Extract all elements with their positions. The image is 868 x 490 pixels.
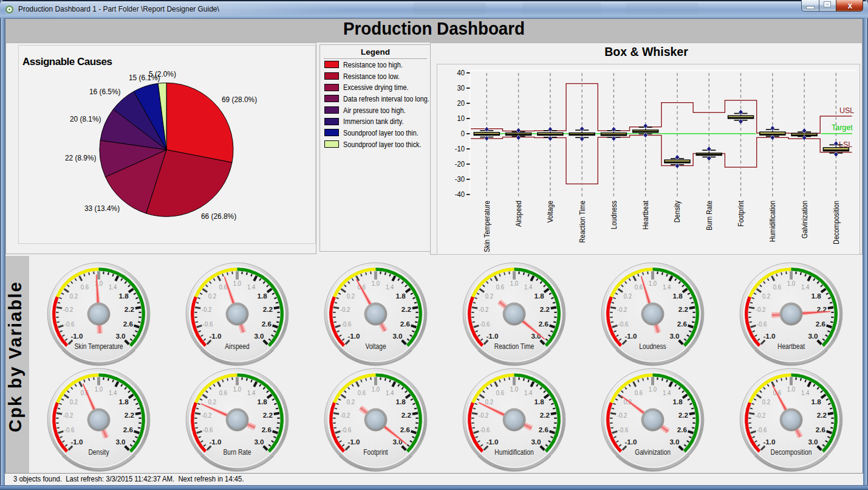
svg-text:-30: -30: [455, 174, 465, 184]
svg-text:Density: Density: [673, 200, 682, 223]
svg-text:Footprint: Footprint: [737, 201, 745, 227]
svg-text:Humidification: Humidification: [768, 201, 777, 242]
svg-text:5 (2.0%): 5 (2.0%): [149, 69, 176, 78]
svg-text:30: 30: [457, 83, 465, 92]
svg-text:Decomposition: Decomposition: [832, 201, 841, 244]
svg-text:Galvinization: Galvinization: [801, 201, 809, 238]
svg-text:-10: -10: [455, 144, 465, 153]
svg-text:USL: USL: [839, 106, 854, 115]
svg-text:33 (13.4%): 33 (13.4%): [84, 204, 120, 213]
svg-text:Voltage: Voltage: [365, 342, 386, 351]
svg-text:Reaction Time: Reaction Time: [494, 342, 534, 351]
svg-text:Airspeed: Airspeed: [225, 342, 249, 351]
svg-text:Loudness: Loudness: [639, 342, 666, 351]
svg-text:Heartbeat: Heartbeat: [641, 201, 650, 230]
svg-text:Footprint: Footprint: [363, 447, 388, 457]
svg-text:16 (6.5%): 16 (6.5%): [89, 87, 120, 96]
svg-text:69 (28.0%): 69 (28.0%): [222, 95, 257, 104]
svg-text:10: 10: [457, 114, 465, 123]
svg-text:Galvinization: Galvinization: [635, 447, 671, 457]
svg-text:Target: Target: [832, 123, 853, 132]
svg-text:Burn Rate: Burn Rate: [224, 447, 251, 457]
svg-text:Skin Temperature: Skin Temperature: [74, 342, 123, 351]
svg-text:0: 0: [461, 129, 465, 138]
svg-text:Density: Density: [88, 447, 109, 457]
svg-text:Reaction Time: Reaction Time: [578, 201, 587, 243]
svg-text:Airspeed: Airspeed: [514, 201, 523, 227]
svg-text:Voltage: Voltage: [546, 201, 555, 223]
svg-text:-40: -40: [455, 190, 465, 199]
svg-text:-20: -20: [455, 159, 465, 168]
svg-text:Humidification: Humidification: [495, 447, 534, 457]
svg-text:Loudness: Loudness: [610, 201, 618, 229]
svg-text:Skin Temperature: Skin Temperature: [483, 201, 491, 252]
svg-text:Decomposition: Decomposition: [771, 447, 812, 457]
svg-text:22 (8.9%): 22 (8.9%): [65, 153, 96, 162]
svg-text:Burn Rate: Burn Rate: [705, 201, 714, 230]
svg-text:66 (26.8%): 66 (26.8%): [201, 212, 236, 221]
svg-text:20 (8.1%): 20 (8.1%): [70, 114, 101, 123]
svg-text:40: 40: [457, 68, 465, 77]
svg-text:20: 20: [457, 98, 465, 108]
svg-text:Heartbeat: Heartbeat: [777, 342, 805, 351]
